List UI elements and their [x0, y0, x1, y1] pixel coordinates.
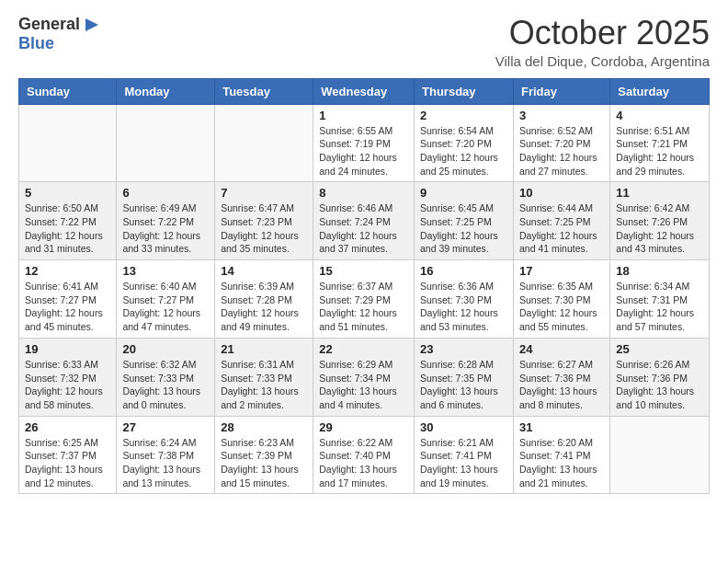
calendar-week-row: 1Sunrise: 6:55 AM Sunset: 7:19 PM Daylig…: [19, 104, 710, 182]
day-info: Sunrise: 6:33 AM Sunset: 7:32 PM Dayligh…: [25, 358, 110, 412]
calendar-header-saturday: Saturday: [610, 78, 710, 104]
day-number: 4: [616, 109, 703, 122]
title-location: Villa del Dique, Cordoba, Argentina: [495, 53, 710, 69]
day-number: 9: [420, 186, 507, 200]
day-number: 25: [616, 342, 703, 356]
day-info: Sunrise: 6:28 AM Sunset: 7:35 PM Dayligh…: [420, 358, 507, 412]
calendar-cell: 31Sunrise: 6:20 AM Sunset: 7:41 PM Dayli…: [513, 416, 609, 494]
day-info: Sunrise: 6:31 AM Sunset: 7:33 PM Dayligh…: [221, 358, 307, 412]
day-info: Sunrise: 6:25 AM Sunset: 7:37 PM Dayligh…: [25, 436, 110, 490]
day-info: Sunrise: 6:52 AM Sunset: 7:20 PM Dayligh…: [519, 124, 604, 178]
day-number: 24: [519, 342, 604, 356]
calendar-cell: 18Sunrise: 6:34 AM Sunset: 7:31 PM Dayli…: [610, 260, 710, 339]
calendar-cell: 25Sunrise: 6:26 AM Sunset: 7:36 PM Dayli…: [610, 338, 710, 416]
calendar-cell: 24Sunrise: 6:27 AM Sunset: 7:36 PM Dayli…: [513, 338, 609, 416]
calendar-cell: 21Sunrise: 6:31 AM Sunset: 7:33 PM Dayli…: [215, 338, 313, 416]
day-number: 28: [221, 420, 307, 434]
day-info: Sunrise: 6:55 AM Sunset: 7:19 PM Dayligh…: [319, 124, 408, 178]
day-info: Sunrise: 6:50 AM Sunset: 7:22 PM Dayligh…: [25, 201, 110, 256]
day-info: Sunrise: 6:23 AM Sunset: 7:39 PM Dayligh…: [221, 436, 307, 490]
day-number: 31: [519, 420, 604, 434]
day-info: Sunrise: 6:32 AM Sunset: 7:33 PM Dayligh…: [122, 358, 209, 412]
day-number: 1: [319, 109, 408, 122]
calendar-week-row: 26Sunrise: 6:25 AM Sunset: 7:37 PM Dayli…: [19, 416, 710, 494]
day-number: 5: [25, 186, 110, 200]
day-number: 18: [616, 264, 703, 278]
calendar-cell: 7Sunrise: 6:47 AM Sunset: 7:23 PM Daylig…: [215, 182, 313, 260]
day-info: Sunrise: 6:37 AM Sunset: 7:29 PM Dayligh…: [319, 280, 408, 334]
day-info: Sunrise: 6:34 AM Sunset: 7:31 PM Dayligh…: [616, 280, 703, 334]
day-number: 16: [420, 264, 507, 278]
page: General Blue October 2025 Villa del Diqu…: [0, 0, 728, 563]
calendar-cell: 9Sunrise: 6:45 AM Sunset: 7:25 PM Daylig…: [415, 182, 514, 260]
day-number: 3: [519, 109, 604, 122]
calendar-cell: 3Sunrise: 6:52 AM Sunset: 7:20 PM Daylig…: [513, 104, 609, 182]
calendar-cell: 11Sunrise: 6:42 AM Sunset: 7:26 PM Dayli…: [610, 182, 710, 260]
day-number: 27: [122, 420, 209, 434]
day-number: 26: [25, 420, 110, 434]
calendar-header-wednesday: Wednesday: [313, 78, 415, 104]
day-info: Sunrise: 6:36 AM Sunset: 7:30 PM Dayligh…: [420, 280, 507, 334]
logo-blue: Blue: [18, 35, 54, 53]
day-info: Sunrise: 6:24 AM Sunset: 7:38 PM Dayligh…: [122, 436, 209, 490]
day-info: Sunrise: 6:39 AM Sunset: 7:28 PM Dayligh…: [221, 280, 307, 334]
calendar: SundayMondayTuesdayWednesdayThursdayFrid…: [18, 78, 710, 495]
title-month: October 2025: [495, 15, 710, 52]
calendar-week-row: 5Sunrise: 6:50 AM Sunset: 7:22 PM Daylig…: [19, 182, 710, 260]
day-number: 6: [122, 186, 209, 200]
day-info: Sunrise: 6:26 AM Sunset: 7:36 PM Dayligh…: [616, 358, 703, 412]
day-number: 30: [420, 420, 507, 434]
calendar-cell: 6Sunrise: 6:49 AM Sunset: 7:22 PM Daylig…: [117, 182, 215, 260]
calendar-cell: 26Sunrise: 6:25 AM Sunset: 7:37 PM Dayli…: [19, 416, 117, 494]
calendar-header-friday: Friday: [513, 78, 609, 104]
calendar-cell: 13Sunrise: 6:40 AM Sunset: 7:27 PM Dayli…: [117, 260, 215, 339]
day-info: Sunrise: 6:41 AM Sunset: 7:27 PM Dayligh…: [25, 280, 110, 334]
calendar-cell: 8Sunrise: 6:46 AM Sunset: 7:24 PM Daylig…: [313, 182, 415, 260]
calendar-cell: 22Sunrise: 6:29 AM Sunset: 7:34 PM Dayli…: [313, 338, 415, 416]
calendar-week-row: 12Sunrise: 6:41 AM Sunset: 7:27 PM Dayli…: [19, 260, 710, 339]
calendar-cell: 19Sunrise: 6:33 AM Sunset: 7:32 PM Dayli…: [19, 338, 117, 416]
calendar-cell: 27Sunrise: 6:24 AM Sunset: 7:38 PM Dayli…: [117, 416, 215, 494]
day-number: 29: [319, 420, 408, 434]
logo: General Blue: [18, 15, 102, 53]
day-number: 13: [122, 264, 209, 278]
calendar-header-sunday: Sunday: [19, 78, 117, 104]
calendar-cell: 28Sunrise: 6:23 AM Sunset: 7:39 PM Dayli…: [215, 416, 313, 494]
day-info: Sunrise: 6:54 AM Sunset: 7:20 PM Dayligh…: [420, 124, 507, 178]
day-number: 23: [420, 342, 507, 356]
calendar-header-monday: Monday: [117, 78, 215, 104]
day-number: 8: [319, 186, 408, 200]
calendar-cell: 29Sunrise: 6:22 AM Sunset: 7:40 PM Dayli…: [313, 416, 415, 494]
day-info: Sunrise: 6:35 AM Sunset: 7:30 PM Dayligh…: [519, 280, 604, 334]
day-info: Sunrise: 6:42 AM Sunset: 7:26 PM Dayligh…: [616, 201, 703, 256]
calendar-cell: 16Sunrise: 6:36 AM Sunset: 7:30 PM Dayli…: [415, 260, 514, 339]
day-number: 22: [319, 342, 408, 356]
calendar-cell: 1Sunrise: 6:55 AM Sunset: 7:19 PM Daylig…: [313, 104, 415, 182]
calendar-cell: 12Sunrise: 6:41 AM Sunset: 7:27 PM Dayli…: [19, 260, 117, 339]
day-number: 7: [221, 186, 307, 200]
calendar-cell: [610, 416, 710, 494]
calendar-header-tuesday: Tuesday: [215, 78, 313, 104]
day-number: 10: [519, 186, 604, 200]
day-info: Sunrise: 6:49 AM Sunset: 7:22 PM Dayligh…: [122, 201, 209, 256]
day-info: Sunrise: 6:21 AM Sunset: 7:41 PM Dayligh…: [420, 436, 507, 490]
calendar-cell: 14Sunrise: 6:39 AM Sunset: 7:28 PM Dayli…: [215, 260, 313, 339]
calendar-cell: 15Sunrise: 6:37 AM Sunset: 7:29 PM Dayli…: [313, 260, 415, 339]
logo-icon: [82, 15, 102, 35]
calendar-cell: 20Sunrise: 6:32 AM Sunset: 7:33 PM Dayli…: [117, 338, 215, 416]
day-number: 15: [319, 264, 408, 278]
day-info: Sunrise: 6:46 AM Sunset: 7:24 PM Dayligh…: [319, 201, 408, 256]
calendar-cell: 23Sunrise: 6:28 AM Sunset: 7:35 PM Dayli…: [415, 338, 514, 416]
day-info: Sunrise: 6:44 AM Sunset: 7:25 PM Dayligh…: [519, 201, 604, 256]
calendar-cell: [19, 104, 117, 182]
day-info: Sunrise: 6:40 AM Sunset: 7:27 PM Dayligh…: [122, 280, 209, 334]
logo-general: General: [18, 16, 80, 34]
calendar-cell: [117, 104, 215, 182]
day-number: 14: [221, 264, 307, 278]
day-number: 11: [616, 186, 703, 200]
calendar-cell: 10Sunrise: 6:44 AM Sunset: 7:25 PM Dayli…: [513, 182, 609, 260]
calendar-cell: [215, 104, 313, 182]
title-block: October 2025 Villa del Dique, Cordoba, A…: [495, 15, 710, 69]
day-info: Sunrise: 6:51 AM Sunset: 7:21 PM Dayligh…: [616, 124, 703, 178]
day-number: 19: [25, 342, 110, 356]
